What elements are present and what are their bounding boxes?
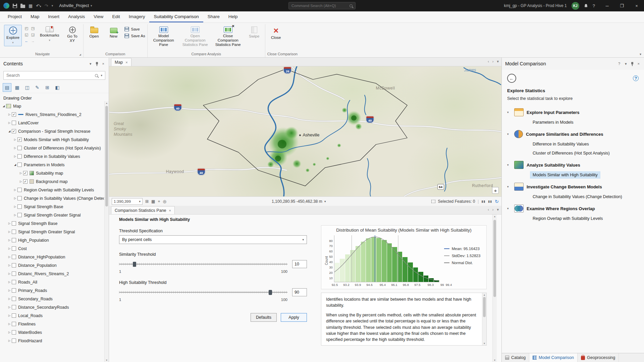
layer-row-high-population[interactable]: ▷High_Population	[0, 236, 104, 244]
close-comparison-button[interactable]: × Close	[267, 25, 285, 42]
layer-checkbox[interactable]	[12, 121, 16, 125]
ribbon-tab-map[interactable]: Map	[26, 11, 44, 22]
close-tab-icon[interactable]: ×	[169, 208, 171, 213]
customize-qat-icon[interactable]: ▾	[52, 4, 53, 7]
expander-icon[interactable]: ▷	[7, 331, 12, 334]
list-by-editing-icon[interactable]: ✎	[33, 83, 42, 92]
ribbon-tab-help[interactable]: Help	[224, 11, 242, 22]
fixed-zoom-in-icon[interactable]: ◳	[30, 25, 36, 31]
zoom-selected-icon[interactable]: ◲	[30, 32, 36, 37]
ribbon-tab-imagery[interactable]: Imagery	[124, 11, 150, 22]
layer-row-distance-highpopulation[interactable]: ▷Distance_HighPopulation	[0, 253, 104, 261]
expander-icon[interactable]: ▷	[7, 306, 12, 309]
layer-checkbox[interactable]	[17, 196, 22, 200]
statistic-item-change-in-suitability-values-change-detection[interactable]: Change in Suitability Values (Change Det…	[530, 193, 625, 200]
scroll-down-icon[interactable]: ▼	[105, 359, 109, 361]
section-header-examine-where-regions-overlap[interactable]: ▾Examine Where Regions Overlap	[507, 204, 639, 213]
statistic-item-difference-in-suitability-values[interactable]: Difference in Suitability Values	[530, 140, 592, 148]
section-header-explore-input-parameters[interactable]: ▾Explore Input Parameters	[507, 108, 639, 117]
section-header-analyze-suitability-values[interactable]: ▾Analyze Suitability Values	[507, 160, 639, 170]
expander-icon[interactable]: ▷	[13, 188, 17, 191]
collapse-ribbon-icon[interactable]: ▾	[640, 52, 641, 56]
map-scale-select[interactable]: 1:390,399 ▾	[112, 198, 143, 205]
map-view-tab[interactable]: Map ×	[111, 58, 131, 66]
layer-row-map[interactable]: ◢Map	[0, 102, 104, 110]
grid-toggle-icon[interactable]: ▦	[151, 199, 155, 204]
ribbon-tab-edit[interactable]: Edit	[108, 11, 124, 22]
open-comparison-button[interactable]: Open	[86, 25, 103, 40]
layer-checkbox[interactable]	[17, 146, 22, 150]
apply-button[interactable]: Apply	[281, 313, 307, 322]
fixed-zoom-out-icon[interactable]: ◱	[24, 32, 29, 37]
open-project-icon[interactable]	[20, 5, 25, 8]
map-navigator-button[interactable]: ◆	[492, 187, 499, 194]
contents-scrollbar[interactable]: ▲ ▼	[104, 101, 109, 362]
layer-row-roads-all[interactable]: ▷Roads_All	[0, 278, 104, 286]
chevron-down-icon[interactable]: ▾	[507, 185, 511, 188]
help-circle-icon[interactable]: ?	[633, 75, 639, 81]
scrollbar-thumb[interactable]	[105, 106, 108, 206]
expander-icon[interactable]: ▷	[13, 146, 17, 149]
list-by-snapping-icon[interactable]: ⊞	[43, 83, 52, 92]
close-pane-icon[interactable]: ×	[101, 62, 105, 66]
layer-checkbox[interactable]	[12, 255, 16, 259]
layer-checkbox[interactable]	[12, 330, 16, 335]
slider-handle[interactable]	[133, 262, 136, 267]
target-icon[interactable]: ◎	[163, 199, 166, 204]
chevron-down-icon[interactable]: ▾	[507, 163, 511, 167]
list-by-drawing-order-icon[interactable]: ▤	[3, 83, 11, 92]
explore-button[interactable]: Explore ▾	[4, 25, 22, 46]
expander-icon[interactable]: ▷	[7, 339, 12, 342]
help-icon[interactable]: ?	[593, 3, 595, 8]
ribbon-tab-view[interactable]: View	[89, 11, 108, 22]
back-button[interactable]: ←	[507, 74, 516, 83]
high-suitability-threshold-input[interactable]	[292, 288, 307, 296]
expander-icon[interactable]: ▷	[7, 113, 12, 116]
add-marker-icon[interactable]: +	[158, 199, 160, 204]
layer-row-flowlines[interactable]: ▷Flowlines	[0, 320, 104, 328]
layer-row-background-map[interactable]: ▷✓Background map	[0, 177, 104, 186]
statistic-item-cluster-of-differences-hot-spot-analysis[interactable]: Cluster of Differences (Hot Spot Analysi…	[530, 149, 612, 157]
chevron-down-icon[interactable]: ▾	[507, 111, 511, 114]
refresh-map-icon[interactable]: ↻	[495, 199, 499, 204]
ribbon-tab-suitability-comparison[interactable]: Suitability Comparison	[149, 11, 203, 22]
layer-checkbox[interactable]	[12, 339, 16, 343]
layer-checkbox[interactable]	[17, 204, 22, 209]
close-tab-icon[interactable]: ×	[125, 60, 127, 64]
layer-row-distanc-rivers-streams-2[interactable]: ▷Distanc_Rivers_Streams_2	[0, 269, 104, 278]
snapping-toggle-icon[interactable]: ⊞	[145, 199, 149, 204]
section-header-investigate-change-between-models[interactable]: ▾Investigate Change Between Models	[507, 182, 639, 191]
expander-icon[interactable]: ▷	[13, 155, 17, 158]
close-comparison-statistics-pane-button[interactable]: × Close Comparison Statistics Pane	[213, 25, 244, 49]
layer-row-rivers-streams-floodlines-2[interactable]: ▷✓Rivers_Streams_Floodlines_2	[0, 110, 104, 119]
layer-row-floodhazard[interactable]: ▷FloodHazard	[0, 337, 104, 345]
user-avatar[interactable]: KJ	[572, 2, 579, 10]
layer-checkbox[interactable]	[12, 322, 16, 326]
layer-row-signal-strength-base[interactable]: ▷Signal Strength Base	[0, 202, 104, 211]
chevron-down-icon[interactable]: ▾	[89, 62, 93, 66]
layer-checkbox[interactable]	[12, 313, 16, 318]
next-extent-icon[interactable]: →	[30, 38, 36, 44]
expander-icon[interactable]: ▷	[7, 289, 12, 292]
ribbon-tab-project[interactable]: Project	[3, 11, 26, 22]
expander-icon[interactable]: ▷	[7, 247, 12, 250]
layer-row-signal-strength-greater-signal[interactable]: ▷Signal Strength Greater Signal	[0, 228, 104, 236]
minimize-button[interactable]: ─	[600, 0, 614, 11]
pause-labels-icon[interactable]: ▮▮	[488, 200, 492, 203]
pin-icon[interactable]	[95, 62, 99, 66]
layer-checkbox[interactable]	[12, 297, 16, 301]
new-comparison-button[interactable]: New	[105, 25, 122, 40]
layer-row-distance-secondaryroads[interactable]: ▷Distance_SecondaryRoads	[0, 303, 104, 311]
tab-list-icon[interactable]: ▾	[497, 207, 499, 212]
contents-search-input[interactable]	[6, 73, 92, 78]
expander-icon[interactable]: ▷	[13, 138, 17, 141]
maximize-button[interactable]: ❐	[614, 0, 629, 11]
scroll-up-icon[interactable]: ▲	[105, 102, 109, 104]
scroll-tabs-right-icon[interactable]: ›	[492, 59, 494, 64]
expander-icon[interactable]: ▷	[7, 255, 12, 258]
pin-icon[interactable]	[631, 62, 634, 66]
layer-checkbox[interactable]	[17, 188, 22, 192]
scroll-up-icon[interactable]: ▲	[493, 215, 497, 218]
description-scrollbar[interactable]: ▲ ▼	[482, 293, 486, 345]
selection-icon[interactable]	[431, 200, 435, 203]
